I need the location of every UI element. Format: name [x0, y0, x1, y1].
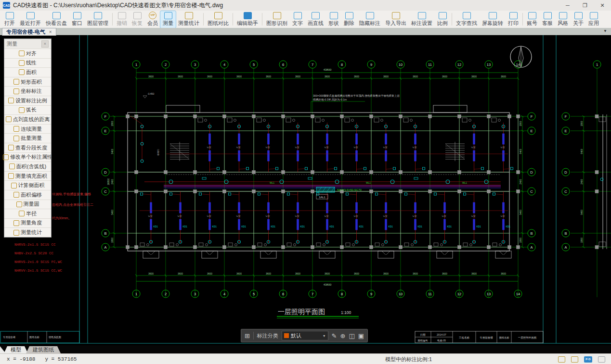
measure-tool-area-offset[interactable]: 面积偏移 [4, 190, 51, 200]
text-search-icon [463, 12, 471, 19]
svg-text:寝室: 寝室 [354, 215, 359, 217]
measure-tool-coordinate[interactable]: 坐标标注 [4, 86, 51, 96]
measure-tool-circle[interactable]: 测量圆 [4, 200, 51, 209]
toolbar-button-import-export[interactable]: 导入导出 [383, 11, 409, 28]
close-button[interactable]: ✕ [594, 0, 611, 11]
maximize-button[interactable]: ❐ [576, 0, 594, 11]
tab-architectural-sheets[interactable]: 建筑图纸 [26, 346, 61, 353]
measure-tool-point-to-line[interactable]: 点到直线的距离 [4, 114, 51, 124]
toolbar-button-support[interactable]: 客服 [540, 11, 555, 28]
svg-text:3600: 3600 [471, 75, 477, 78]
toolbar-button-style[interactable]: 风格 [555, 11, 571, 28]
minimize-button[interactable]: ─ [559, 0, 576, 11]
statistics-icon [13, 230, 19, 236]
measure-panel-header[interactable]: 测量 × [4, 39, 51, 49]
edit-annotation-icon [3, 154, 9, 160]
category-dropdown[interactable]: 默认 ▼ [282, 331, 328, 340]
svg-text:电施-05: 电施-05 [437, 339, 446, 342]
move-annotation-icon[interactable]: ⊕ [340, 333, 346, 339]
measure-tool-align[interactable]: 对齐 [4, 49, 51, 58]
window-layout-icon[interactable] [558, 356, 565, 363]
toolbar-button-annotation-settings[interactable]: 标注设置 [409, 11, 435, 28]
toolbar-button-print[interactable]: 打印 [506, 11, 521, 28]
measure-tool-linear[interactable]: 线性 [4, 58, 51, 68]
measure-tool-area-arc[interactable]: 面积(含弧线) [4, 162, 51, 171]
pd-mode-icon[interactable]: P·D [584, 356, 592, 363]
svg-text:寝室: 寝室 [295, 215, 300, 217]
tab-close-icon[interactable]: × [49, 29, 52, 35]
toolbar-button-cloud[interactable]: 快看云盘 [43, 11, 69, 28]
angle-icon [13, 220, 19, 226]
toolbar-button-scale[interactable]: 比例 [435, 11, 450, 28]
toolbar-button-hide-annotation[interactable]: 隐藏标注 [357, 11, 383, 28]
svg-text:线槽距地-0.3米,间距为-0.1m: 线槽距地-0.3米,间距为-0.1m [313, 98, 347, 101]
cad-canvas[interactable]: 11223344556677889910101111121213131414FF… [0, 35, 611, 345]
measure-tool-fill-area[interactable]: 测量填充面积 [4, 171, 51, 181]
paste-annotation-icon[interactable]: ▣ [358, 333, 364, 339]
measure-panel-close-icon[interactable]: × [41, 40, 49, 48]
tab-overflow-icon[interactable]: ▼ [603, 29, 607, 33]
toolbar-button-layers[interactable]: 图层管理 [85, 11, 111, 28]
measure-tool-statistics[interactable]: 测量统计 [4, 227, 51, 237]
svg-text:图框内,点击全屏线框引注二: 图框内,点击全屏线框引注二 [52, 202, 93, 207]
toolbar-button-about[interactable]: 关于 [571, 11, 586, 28]
measure-tool-radius[interactable]: 半径 [4, 209, 51, 218]
toolbar-button-redo[interactable]: 恢复 [130, 11, 145, 28]
toolbar-button-undo[interactable]: 撤销 [114, 11, 130, 28]
measure-tool-side-area[interactable]: 计算侧面积 [4, 180, 51, 190]
toolbar-button-draw-line[interactable]: 画直线 [305, 11, 326, 28]
tab-document[interactable]: 专用宿舍楼-电气 × [2, 28, 56, 36]
svg-text:8: 8 [341, 292, 343, 296]
copy-annotation-icon[interactable]: ◫ [349, 333, 354, 339]
toolbar-button-recent[interactable]: 最近打开 [17, 11, 43, 28]
measure-tool-area[interactable]: 面积 [4, 67, 51, 77]
measure-tool-rect-area[interactable]: 矩形面积 [4, 77, 51, 87]
panel-toggle-icon[interactable] [598, 356, 605, 363]
toolbar-button-label: 最近打开 [20, 20, 41, 27]
measure-tool-angle[interactable]: 测量角度 [4, 218, 51, 228]
toolbar-divider [522, 13, 523, 25]
svg-text:寝室: 寝室 [325, 215, 329, 217]
measure-tool-continuous[interactable]: 连续测量 [4, 124, 51, 134]
toolbar-button-open[interactable]: 打开 [2, 11, 17, 28]
measure-tool-edit-annotation[interactable]: 修改单个标注属性 [4, 152, 51, 162]
toolbar-button-text[interactable]: 文字 [290, 11, 305, 28]
toolbar-button-shape-recognize[interactable]: 图形识别 [264, 11, 290, 28]
edit-annotation-icon[interactable]: ✎ [332, 333, 337, 339]
area-offset-icon [13, 192, 19, 198]
apps-icon [590, 12, 598, 19]
svg-text:2400: 2400 [519, 179, 522, 184]
svg-text:楼梯间: 楼梯间 [157, 149, 160, 156]
measure-tool-annotation-scale[interactable]: 设置标注比例 [4, 96, 51, 105]
svg-text:6: 6 [282, 292, 284, 296]
toolbar-button-measure[interactable]: 测量 [160, 11, 176, 28]
toolbar-button-erase[interactable]: 删除 [341, 11, 357, 28]
toolbar-button-vip[interactable]: 会员 [145, 11, 160, 28]
toolbar-button-measure-stats[interactable]: 测量统计 [176, 11, 202, 28]
export-icon[interactable] [571, 356, 578, 363]
toolbar-button-shape[interactable]: 形状 [326, 11, 341, 28]
svg-text:NHRVS-2x1.0 SC15 FC,WC: NHRVS-2x1.0 SC15 FC,WC [14, 260, 63, 264]
floor-plan-drawing[interactable]: 11223344556677889910101111121213131414FF… [0, 35, 611, 345]
svg-text:KD1: KD1 [447, 226, 452, 228]
redo-icon [133, 12, 142, 19]
toolbar-button-apps[interactable]: 应用 [586, 11, 601, 28]
toolbar-button-window[interactable]: 窗口 [69, 11, 85, 28]
toolbar-button-edit-assistant[interactable]: 编辑助手 [234, 11, 260, 28]
svg-text:5: 5 [253, 292, 255, 296]
measure-tool-arc-length[interactable]: 弧长 [4, 105, 51, 115]
toolbar-button-screen-rotate[interactable]: 屏幕旋转 [480, 11, 506, 28]
measure-tool-segment-length[interactable]: 查看分段长度 [4, 143, 51, 152]
measure-tool-batch[interactable]: 批量测量 [4, 133, 51, 143]
measure-tool-label: 半径 [26, 210, 37, 217]
toolbar-button-account[interactable]: 账号 [524, 11, 540, 28]
tab-model[interactable]: 模型 [4, 346, 28, 353]
toolbar-button-drawing-compare[interactable]: 图纸对比 [205, 11, 231, 28]
svg-text:3600: 3600 [148, 272, 154, 275]
grid-view-icon[interactable]: ⊞ [245, 333, 250, 339]
category-color-swatch [284, 333, 289, 338]
toolbar-divider [233, 13, 233, 25]
toolbar-button-text-search[interactable]: 文字查找 [454, 11, 480, 28]
side-area-icon [11, 183, 17, 188]
toolbar-button-label: 窗口 [72, 20, 82, 27]
